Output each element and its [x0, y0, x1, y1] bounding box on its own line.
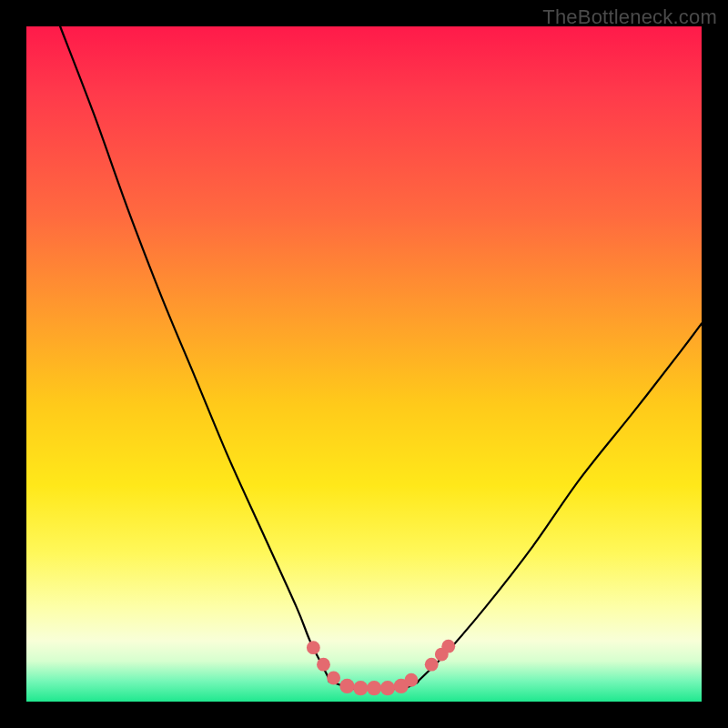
marker-group	[307, 640, 455, 696]
curve-marker	[405, 673, 419, 687]
curve-marker	[367, 681, 381, 695]
plot-area	[26, 26, 702, 702]
curve-marker	[339, 679, 354, 693]
curve-marker	[317, 658, 330, 672]
watermark-text: TheBottleneck.com	[542, 5, 717, 29]
curve-marker	[441, 640, 455, 653]
curve-marker	[327, 672, 340, 685]
bottleneck-curve	[60, 26, 702, 689]
curve-marker	[307, 641, 320, 654]
curve-layer	[26, 26, 702, 702]
curve-marker	[353, 681, 368, 695]
chart-frame: TheBottleneck.com	[0, 0, 728, 728]
curve-marker	[380, 681, 395, 695]
curve-marker	[425, 658, 439, 672]
